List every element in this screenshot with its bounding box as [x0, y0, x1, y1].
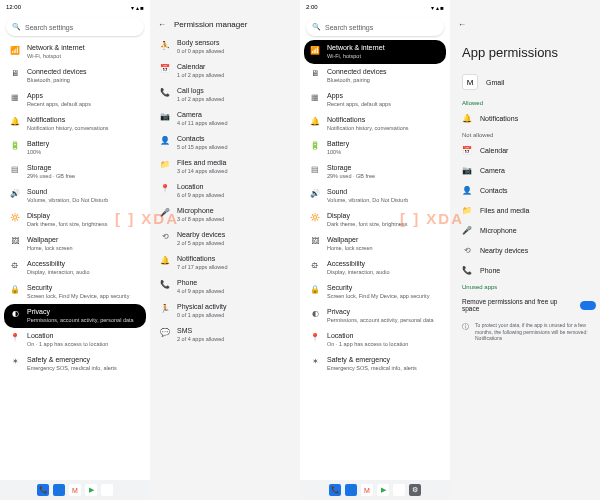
settings-item[interactable]: ▤Storage29% used · GB free — [4, 160, 146, 184]
item-subtitle: Permissions, account activity, personal … — [327, 317, 440, 324]
settings-item[interactable]: 💬SMS2 of 4 apps allowed — [154, 323, 296, 347]
settings-item[interactable]: ◐PrivacyPermissions, account activity, p… — [304, 304, 446, 328]
settings-item[interactable]: 🔔NotificationsNotification history, conv… — [4, 112, 146, 136]
settings-item[interactable]: 🔋Battery100% — [4, 136, 146, 160]
allowed-label: Allowed — [450, 96, 600, 108]
permission-manager-panel: ← Permission manager ⛹Body sensors0 of 0… — [150, 0, 300, 500]
remove-toggle[interactable] — [580, 301, 596, 310]
clock: 2:00 — [306, 4, 318, 10]
permission-item[interactable]: 📅Calendar — [450, 140, 600, 160]
taskbar-settings-icon[interactable]: ⚙ — [409, 484, 421, 496]
page-title: App permissions — [462, 45, 588, 60]
permission-item[interactable]: 🎤Microphone — [450, 220, 600, 240]
settings-item[interactable]: 🖥Connected devicesBluetooth, pairing — [304, 64, 446, 88]
permission-item[interactable]: 📁Files and media — [450, 200, 600, 220]
settings-item[interactable]: ⯐AccessibilityDisplay, interaction, audi… — [4, 256, 146, 280]
item-subtitle: 0 of 1 apps allowed — [177, 312, 290, 319]
taskbar-phone-icon[interactable]: 📞 — [37, 484, 49, 496]
settings-item[interactable]: ⯐AccessibilityDisplay, interaction, audi… — [304, 256, 446, 280]
settings-item[interactable]: 📶Network & internetWi-Fi, hotspot — [4, 40, 146, 64]
settings-item[interactable]: 🔋Battery100% — [304, 136, 446, 160]
settings-item[interactable]: ⟲Nearby devices2 of 5 apps allowed — [154, 227, 296, 251]
taskbar-play-icon[interactable]: ▶ — [85, 484, 97, 496]
settings-item[interactable]: 📍LocationOn · 1 app has access to locati… — [4, 328, 146, 352]
apps-icon: ▦ — [10, 93, 20, 103]
taskbar-photos-icon[interactable]: ✦ — [393, 484, 405, 496]
item-title: Physical activity — [177, 303, 290, 311]
settings-item[interactable]: 📞Phone4 of 9 apps allowed — [154, 275, 296, 299]
permission-item[interactable]: 📷Camera — [450, 160, 600, 180]
item-title: Accessibility — [327, 260, 440, 268]
settings-item[interactable]: 🔆DisplayDark theme, font size, brightnes… — [304, 208, 446, 232]
search-settings[interactable]: 🔍 Search settings — [306, 18, 444, 36]
taskbar-gmail-icon[interactable]: M — [361, 484, 373, 496]
back-icon[interactable]: ← — [158, 20, 166, 29]
taskbar-contacts-icon[interactable]: 👤 — [53, 484, 65, 496]
taskbar-photos-icon[interactable]: ✦ — [101, 484, 113, 496]
item-subtitle: Dark theme, font size, brightness — [27, 221, 140, 228]
settings-item[interactable]: 📍LocationOn · 1 app has access to locati… — [304, 328, 446, 352]
settings-item[interactable]: 📁Files and media3 of 14 apps allowed — [154, 155, 296, 179]
settings-item[interactable]: 📞Call logs1 of 2 apps allowed — [154, 83, 296, 107]
settings-item[interactable]: 🖼WallpaperHome, lock screen — [304, 232, 446, 256]
item-title: Nearby devices — [177, 231, 290, 239]
status-bar — [450, 0, 600, 14]
item-subtitle: Notification history, conversations — [27, 125, 140, 132]
permission-item[interactable]: 🔔Notifications — [450, 108, 600, 128]
taskbar-play-icon[interactable]: ▶ — [377, 484, 389, 496]
devices-icon: 🖥 — [310, 69, 320, 79]
item-subtitle: 100% — [27, 149, 140, 156]
item-title: Display — [27, 212, 140, 220]
status-bar: 2:00 ▾ ▴ ■ — [300, 0, 450, 14]
settings-item[interactable]: ▤Storage29% used · GB free — [304, 160, 446, 184]
settings-item[interactable]: ✶Safety & emergencyEmergency SOS, medica… — [304, 352, 446, 376]
info-icon: ⓘ — [462, 322, 469, 332]
permission-item[interactable]: 📞Phone — [450, 260, 600, 280]
item-title: Location — [177, 183, 290, 191]
settings-item[interactable]: 🔊SoundVolume, vibration, Do Not Disturb — [304, 184, 446, 208]
taskbar-contacts-icon[interactable]: 👤 — [345, 484, 357, 496]
settings-item[interactable]: 📷Camera4 of 11 apps allowed — [154, 107, 296, 131]
permission-item[interactable]: ⟲Nearby devices — [450, 240, 600, 260]
taskbar-gmail-icon[interactable]: M — [69, 484, 81, 496]
settings-item[interactable]: ⛹Body sensors0 of 0 apps allowed — [154, 35, 296, 59]
item-subtitle: 1 of 2 apps allowed — [177, 96, 290, 103]
display-icon: 🔆 — [10, 213, 20, 223]
back-icon[interactable]: ← — [458, 20, 466, 29]
remove-text: Remove permissions and free up space — [462, 298, 574, 312]
settings-item[interactable]: 🔒SecurityScreen lock, Find My Device, ap… — [4, 280, 146, 304]
item-title: Display — [327, 212, 440, 220]
settings-item[interactable]: 📅Calendar1 of 2 apps allowed — [154, 59, 296, 83]
remove-permissions-row[interactable]: Remove permissions and free up space — [450, 292, 600, 318]
settings-item[interactable]: 🔆DisplayDark theme, font size, brightnes… — [4, 208, 146, 232]
settings-item[interactable]: ▦AppsRecent apps, default apps — [304, 88, 446, 112]
settings-item[interactable]: ◐PrivacyPermissions, account activity, p… — [4, 304, 146, 328]
item-title: Notifications — [327, 116, 440, 124]
unused-label: Unused apps — [450, 280, 600, 292]
settings-item[interactable]: 🎤Microphone3 of 8 apps allowed — [154, 203, 296, 227]
settings-item[interactable]: 👤Contacts5 of 15 apps allowed — [154, 131, 296, 155]
camera-icon: 📷 — [462, 165, 472, 175]
app-row[interactable]: M Gmail — [450, 68, 600, 96]
folder-icon: 📁 — [160, 160, 170, 170]
settings-item[interactable]: 🖥Connected devicesBluetooth, pairing — [4, 64, 146, 88]
settings-item[interactable]: 🔔NotificationsNotification history, conv… — [304, 112, 446, 136]
privacy-icon: ◐ — [10, 309, 20, 319]
permission-item[interactable]: 👤Contacts — [450, 180, 600, 200]
settings-item[interactable]: 📶Network & internetWi-Fi, hotspot — [304, 40, 446, 64]
settings-item[interactable]: 🔒SecurityScreen lock, Find My Device, ap… — [304, 280, 446, 304]
permission-label: Nearby devices — [480, 247, 528, 254]
item-subtitle: Permissions, account activity, personal … — [27, 317, 140, 324]
taskbar-phone-icon[interactable]: 📞 — [329, 484, 341, 496]
settings-item[interactable]: 🏃Physical activity0 of 1 apps allowed — [154, 299, 296, 323]
settings-item[interactable]: ▦AppsRecent apps, default apps — [4, 88, 146, 112]
settings-item[interactable]: 🔊SoundVolume, vibration, Do Not Disturb — [4, 184, 146, 208]
settings-item[interactable]: 🖼WallpaperHome, lock screen — [4, 232, 146, 256]
settings-item[interactable]: 📍Location6 of 9 apps allowed — [154, 179, 296, 203]
settings-item[interactable]: ✶Safety & emergencyEmergency SOS, medica… — [4, 352, 146, 376]
item-subtitle: 29% used · GB free — [27, 173, 140, 180]
a11y-icon: ⯐ — [310, 261, 320, 271]
search-settings[interactable]: 🔍 Search settings — [6, 18, 144, 36]
item-title: Apps — [27, 92, 140, 100]
settings-item[interactable]: 🔔Notifications7 of 17 apps allowed — [154, 251, 296, 275]
